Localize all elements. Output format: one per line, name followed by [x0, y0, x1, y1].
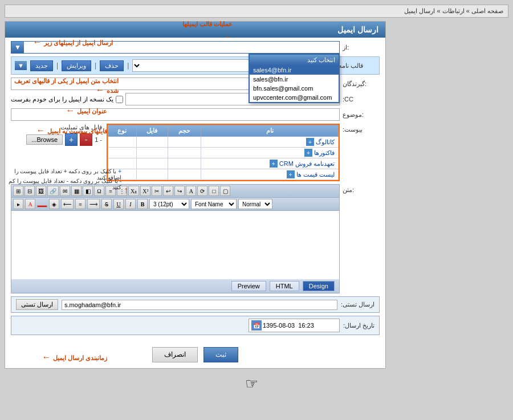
text-label: :متن: [340, 184, 380, 194]
cancel-btn[interactable]: انصراف: [152, 347, 198, 362]
test-send-row: ارسال تستی: ارسال تستی: [11, 296, 380, 313]
table-row: لیست قیمت ها +: [108, 169, 339, 180]
tb-btn6[interactable]: A: [186, 186, 196, 196]
tb-align-r[interactable]: ⟶: [87, 199, 100, 209]
tb-align-c[interactable]: ≡: [75, 199, 85, 209]
tb-style-select[interactable]: Normal: [238, 199, 272, 209]
from-label: :از: [340, 44, 380, 51]
cell-file-1: [136, 148, 168, 158]
tb-sub-btn[interactable]: X₂: [128, 186, 139, 196]
annotation-email-list: ارسال ایمیل از ایمیلهای زیر ←: [5, 37, 113, 47]
browse-btn[interactable]: ...Browse: [26, 134, 63, 145]
table-row: تعهدنامه فروش CRM +: [108, 158, 339, 169]
cell-size-3: [168, 169, 201, 180]
template-new-btn[interactable]: جدید: [30, 60, 53, 71]
template-dropdown-arrow[interactable]: ▼: [15, 61, 27, 70]
email-item-3[interactable]: upvccenter.com@gmail.com: [250, 93, 339, 102]
tb-font-name-select[interactable]: Font Name: [191, 199, 237, 209]
tb-align-l[interactable]: ⟵: [61, 199, 74, 209]
col-file: فایل: [136, 125, 168, 137]
col-name: نام: [201, 125, 339, 137]
file-plus-0[interactable]: +: [306, 138, 314, 146]
subject-label: :موضوع: [340, 111, 380, 119]
annotation-minus-hint: - با کلیک بر روی دکمه - تعداد فایل پیوست…: [5, 178, 121, 190]
cell-file-3: [136, 169, 168, 180]
editor-toolbar-2: ▸ A ◈ ⟵ ≡ ⟶ S̶ U I B 3 (12pt): [11, 198, 339, 211]
date-row: تاریخ ارسال: 📅: [11, 316, 380, 335]
date-input[interactable]: [263, 322, 337, 329]
top-annotation-label: عملیات قالب ایمیلها: [182, 21, 233, 28]
template-delete-btn[interactable]: حذف: [100, 60, 124, 71]
test-send-label: ارسال تستی:: [341, 301, 374, 308]
tb-font-color-btn[interactable]: A: [25, 199, 35, 209]
date-input-wrapper[interactable]: 📅: [249, 319, 340, 332]
tab-html[interactable]: HTML: [270, 281, 299, 291]
file-link-cataloge[interactable]: کاتالوگ: [316, 138, 335, 145]
attachment-table-wrapper: نام حجم فایل نوع کاتالوگ +: [107, 124, 340, 181]
breadcrumb: صفحه اصلی » ارتباطات » ارسال ایمیل: [5, 5, 508, 18]
editor-row: :متن ⊞ ⊟ 🖼 🔗 ✉ ▦ ◧ Ω ≡ ⋮ X₂: [11, 184, 380, 293]
file-plus-2[interactable]: +: [270, 160, 278, 168]
cell-size-2: [168, 158, 201, 169]
email-dropdown: انتخاب کنید sales4@bfn.ir sales@bfn.ir b…: [249, 54, 340, 103]
tb-sup-btn[interactable]: X²: [140, 186, 150, 196]
email-item-1[interactable]: sales@bfn.ir: [250, 75, 339, 84]
email-dropdown-header: انتخاب کنید: [250, 55, 339, 66]
calendar-icon[interactable]: 📅: [251, 320, 262, 331]
col-size: حجم: [168, 125, 201, 137]
annotation-attachment: فایلهای پیوست به ایمیل ←: [5, 125, 107, 136]
file-link-faktoor[interactable]: فاکتورها: [314, 149, 335, 156]
submit-btn[interactable]: ثبت: [203, 347, 238, 362]
email-item-0[interactable]: sales4@bfn.ir: [250, 66, 339, 75]
tb-bold[interactable]: B: [137, 199, 148, 209]
cell-size-1: [168, 148, 201, 158]
test-send-btn[interactable]: ارسال تستی: [16, 299, 58, 310]
tb-font-size-select[interactable]: 3 (12pt): [149, 199, 189, 209]
tb-arrow-btn[interactable]: ▸: [13, 199, 23, 209]
recipients-label: :گیرندگان: [340, 80, 380, 88]
test-email-input[interactable]: [62, 300, 337, 310]
cell-size-0: [168, 137, 201, 148]
cc-label: CC:: [340, 96, 380, 103]
editor-footer: Preview HTML Design: [11, 279, 339, 293]
tb-color-bar: [37, 205, 47, 207]
cell-type-0: [108, 137, 137, 148]
editor-body[interactable]: [11, 211, 339, 279]
top-annotation-arrow: ↓: [225, 30, 230, 40]
table-row: کاتالوگ +: [108, 137, 339, 148]
tab-preview[interactable]: Preview: [231, 281, 266, 291]
annotation-subject: عنوان ایمیل ←: [5, 105, 107, 116]
file-plus-1[interactable]: +: [304, 149, 312, 157]
annotation-schedule: زمانبندی ارسال ایمیل ←: [5, 352, 107, 362]
cell-file-2: [136, 158, 168, 169]
file-plus-3[interactable]: +: [287, 170, 295, 178]
annotation-template: انتخاب متن ایمیل از یکی از قالبهای تعریف…: [5, 77, 119, 95]
annotation-attachment-arrow: ↑: [124, 185, 128, 195]
col-type: نوع: [108, 125, 137, 137]
file-link-crm[interactable]: تعهدنامه فروش CRM: [279, 160, 335, 167]
cell-type-1: [108, 148, 137, 158]
cc-checkbox-label: یک نسخه از ایمیل را برای خودم بفرست: [11, 96, 113, 103]
cc-self-checkbox[interactable]: [116, 96, 123, 103]
cell-file-0: [136, 137, 168, 148]
tb-btn-bg[interactable]: ◈: [49, 199, 59, 209]
tb-italic[interactable]: I: [125, 199, 136, 209]
cursor-hand: ☞: [245, 375, 258, 393]
tb-undo-btn[interactable]: ↩: [163, 186, 173, 196]
date-label: تاریخ ارسال:: [343, 322, 374, 329]
file-link-price[interactable]: لیست قیمت ها: [296, 171, 335, 178]
tb-btn9[interactable]: ▢: [220, 186, 230, 196]
tab-design[interactable]: Design: [303, 281, 335, 291]
table-row: فاکتورها +: [108, 148, 339, 158]
attachment-label: بیوست:: [340, 124, 380, 133]
template-edit-btn[interactable]: ویرایش: [62, 60, 91, 71]
tb-strike[interactable]: S̶: [101, 199, 112, 209]
tb-redo-btn[interactable]: ↪: [174, 186, 185, 196]
tb-btn5[interactable]: ✂: [152, 186, 162, 196]
tb-btn8[interactable]: □: [209, 186, 219, 196]
cell-type-2: [108, 158, 137, 169]
tb-underline[interactable]: U: [113, 199, 124, 209]
template-label: قالب نامه: [336, 62, 376, 70]
email-item-2[interactable]: bfn.sales@gmail.com: [250, 84, 339, 93]
tb-btn7[interactable]: ⟳: [197, 186, 207, 196]
